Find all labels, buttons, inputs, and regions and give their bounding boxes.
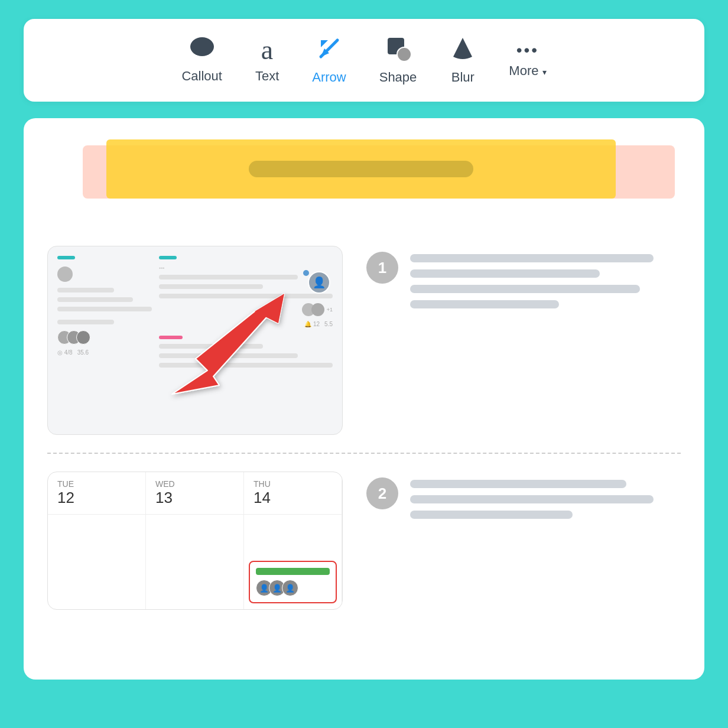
- step1-text-lines: [410, 252, 681, 316]
- steps-section: 👤: [47, 228, 681, 628]
- day-number: 13: [155, 489, 234, 507]
- day-number: 12: [57, 489, 136, 507]
- step2-screenshot: TUE 12 WED 13 THU 14: [47, 472, 343, 610]
- callout-tool[interactable]: Callout: [165, 32, 238, 89]
- text-line: [410, 480, 626, 488]
- arrow-label: Arrow: [312, 70, 346, 85]
- text-line: [410, 285, 640, 293]
- calendar-header: TUE 12 WED 13 THU 14: [48, 472, 342, 515]
- more-label: More ▾: [509, 63, 546, 79]
- blur-label: Blur: [451, 70, 474, 85]
- day-name: THU: [254, 479, 332, 489]
- step1-screenshot: 👤: [47, 246, 343, 435]
- header-highlight-area: [47, 139, 681, 210]
- meeting-avatar: 👤: [282, 580, 298, 596]
- shape-tool[interactable]: Shape: [363, 31, 434, 90]
- shape-label: Shape: [379, 70, 417, 85]
- text-line: [410, 254, 654, 262]
- svg-marker-4: [321, 40, 328, 47]
- meeting-card-header: [256, 568, 330, 575]
- text-label: Text: [255, 69, 279, 84]
- step-1-row: 👤: [47, 228, 681, 453]
- meeting-avatars: 👤 👤 👤: [256, 580, 330, 596]
- arrow-tool[interactable]: Arrow: [295, 31, 362, 90]
- blur-bar: [249, 161, 473, 177]
- day-number: 14: [254, 489, 332, 507]
- text-line: [410, 495, 654, 503]
- main-content: 👤: [24, 118, 704, 680]
- step1-number: 1: [366, 252, 398, 284]
- cal-col-thu: THU 14: [244, 472, 342, 514]
- step2-text-lines: [410, 477, 681, 526]
- callout-icon: [189, 37, 215, 64]
- yellow-highlight: [106, 139, 616, 199]
- day-name: WED: [155, 479, 234, 489]
- svg-point-0: [190, 37, 214, 56]
- callout-label: Callout: [181, 69, 222, 84]
- user-online-dot: [303, 270, 309, 276]
- svg-point-6: [397, 47, 411, 61]
- day-name: TUE: [57, 479, 136, 489]
- cal-cell-wed: [146, 515, 244, 609]
- step2-number: 2: [366, 477, 398, 509]
- more-tool[interactable]: ••• More ▾: [492, 37, 563, 83]
- text-icon: a: [261, 37, 273, 64]
- text-tool[interactable]: a Text: [239, 32, 295, 89]
- cal-cell-thu: 👤 👤 👤: [244, 515, 342, 609]
- step-2-row: TUE 12 WED 13 THU 14: [47, 453, 681, 628]
- step1-info: 1: [366, 246, 681, 316]
- arrow-icon: [316, 35, 342, 65]
- step2-info: 2: [366, 472, 681, 526]
- user-avatar: 👤: [308, 271, 330, 294]
- text-line: [410, 269, 600, 278]
- blur-icon: [450, 35, 476, 65]
- annotation-toolbar: Callout a Text Arrow Shape: [24, 19, 704, 102]
- cal-col-tue: TUE 12: [48, 472, 146, 514]
- text-line: [410, 511, 573, 519]
- more-icon: •••: [516, 42, 539, 58]
- cal-col-wed: WED 13: [146, 472, 244, 514]
- text-line: [410, 300, 559, 308]
- meeting-card: 👤 👤 👤: [249, 561, 337, 603]
- calendar-body: 👤 👤 👤: [48, 515, 342, 609]
- shape-icon: [385, 35, 411, 65]
- cal-cell-tue: [48, 515, 146, 609]
- blur-tool[interactable]: Blur: [433, 31, 492, 90]
